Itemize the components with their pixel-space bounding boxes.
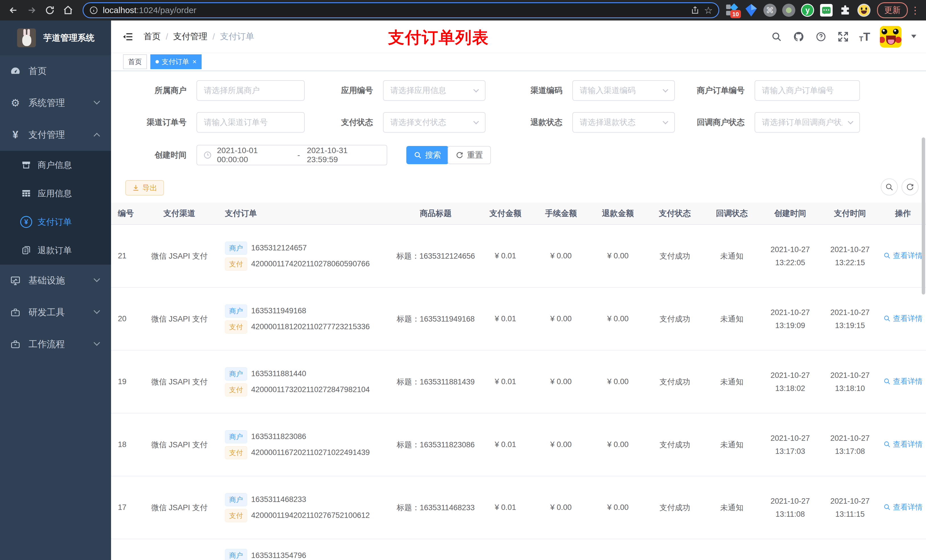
- channel-order-no: 4200001194202110276752100612: [251, 511, 369, 520]
- extension-icon-y[interactable]: y: [801, 3, 814, 17]
- yen-circle-icon: ¥: [20, 216, 32, 228]
- sidebar-item-app-info[interactable]: 应用信息: [0, 179, 111, 208]
- create-time: 2021-10-2713:19:09: [760, 306, 820, 332]
- channel-order-no-input[interactable]: [197, 112, 305, 133]
- fee-amount: ¥ 0.00: [533, 503, 589, 512]
- merchant-order-no: 1635312124657: [251, 244, 307, 252]
- browser-back-icon[interactable]: [5, 2, 22, 18]
- bookmark-star-icon[interactable]: ☆: [704, 5, 713, 15]
- table-row: 18 微信 JSAPI 支付 商户 1635311823086 支付 42000…: [111, 414, 926, 476]
- view-detail-link[interactable]: 查看详情: [883, 502, 923, 512]
- create-time: 2021-10-2713:11:08: [760, 495, 820, 521]
- extension-icon-command[interactable]: ⌘: [763, 3, 777, 17]
- monitor-icon: [9, 275, 22, 286]
- table-row: 21 微信 JSAPI 支付 商户 1635312124657 支付 42000…: [111, 225, 926, 288]
- font-size-icon[interactable]: TT: [859, 31, 870, 42]
- create-time-range-picker[interactable]: 2021-10-01 00:00:00 - 2021-10-31 23:59:5…: [197, 145, 387, 165]
- page-scrollbar[interactable]: [922, 137, 925, 294]
- page-info-icon[interactable]: [89, 6, 98, 15]
- view-detail-link[interactable]: 查看详情: [883, 314, 923, 323]
- browser-update-button[interactable]: 更新: [877, 2, 908, 18]
- github-icon[interactable]: [793, 30, 805, 43]
- view-detail-link[interactable]: 查看详情: [883, 439, 923, 449]
- breadcrumb-current: 支付订单: [220, 31, 254, 42]
- app-logo[interactable]: 芋道管理系统: [0, 21, 111, 55]
- fee-amount: ¥ 0.00: [533, 314, 589, 323]
- reset-button[interactable]: 重置: [448, 146, 491, 164]
- pay-status-select[interactable]: [383, 112, 486, 133]
- tab-home[interactable]: 首页: [123, 54, 147, 69]
- pay-time: 2021-10-2713:18:10: [820, 369, 880, 395]
- breadcrumb-pay[interactable]: 支付管理: [173, 31, 207, 42]
- browser-menu-icon[interactable]: ⋮: [909, 5, 921, 16]
- sidebar-item-pay[interactable]: ¥ 支付管理: [0, 119, 111, 151]
- toggle-search-button[interactable]: [881, 178, 898, 195]
- download-icon: [132, 184, 139, 192]
- view-detail-link[interactable]: 查看详情: [883, 376, 923, 386]
- url-text: localhost:1024/pay/order: [103, 5, 686, 15]
- sidebar-fold-icon[interactable]: [122, 31, 134, 43]
- address-bar[interactable]: localhost:1024/pay/order ☆: [83, 2, 719, 18]
- share-icon[interactable]: [690, 6, 700, 15]
- pay-amount: ¥ 0.01: [478, 252, 533, 260]
- filter-label-channel-order-no: 渠道订单号: [111, 112, 186, 133]
- browser-reload-icon[interactable]: [42, 2, 58, 18]
- extension-icon-chat[interactable]: [820, 3, 833, 17]
- channel-code-select[interactable]: [572, 80, 675, 101]
- app-select[interactable]: [383, 80, 486, 101]
- extension-icon-manager[interactable]: 10: [726, 3, 739, 17]
- help-icon[interactable]: [815, 30, 827, 43]
- filter-label-merchant-order-no: 商户订单编号: [676, 80, 744, 101]
- sidebar-item-refund-order[interactable]: 退款订单: [0, 236, 111, 265]
- browser-forward-icon[interactable]: [23, 2, 40, 18]
- extension-icon-emoji[interactable]: [857, 3, 871, 17]
- refresh-table-button[interactable]: [902, 178, 918, 195]
- header-search-icon[interactable]: [770, 30, 783, 43]
- tab-close-icon[interactable]: ×: [192, 58, 197, 65]
- order-id: 19: [111, 377, 142, 386]
- user-menu-caret-icon[interactable]: [911, 35, 916, 41]
- sidebar-item-label: 商户信息: [38, 159, 72, 171]
- chevron-down-icon: [94, 340, 100, 346]
- tab-pay-order[interactable]: 支付订单 ×: [150, 54, 201, 69]
- user-avatar[interactable]: [880, 26, 902, 48]
- table-row: 19 微信 JSAPI 支付 商户 1635311881440 支付 42000…: [111, 350, 926, 414]
- sidebar-item-merchant-info[interactable]: 商户信息: [0, 151, 111, 179]
- merchant-select[interactable]: [197, 80, 305, 101]
- pay-tag: 支付: [225, 258, 247, 270]
- create-time: 2021-10-2713:18:02: [760, 369, 820, 395]
- extension-puzzle-icon[interactable]: [838, 3, 852, 17]
- extension-icon-recorder[interactable]: [782, 3, 796, 17]
- pay-order-cell: 商户 1635311949168 支付 42000011812021102777…: [216, 302, 393, 337]
- merchant-tag: 商户: [225, 242, 247, 255]
- pay-tag: 支付: [225, 446, 247, 459]
- sidebar-item-infra[interactable]: 基础设施: [0, 265, 111, 296]
- sidebar-item-devtools[interactable]: 研发工具: [0, 296, 111, 328]
- export-button[interactable]: 导出: [125, 180, 164, 195]
- fullscreen-icon[interactable]: [837, 30, 849, 43]
- notify-status: 未通知: [703, 377, 760, 387]
- pay-time: 2021-10-2713:17:08: [820, 432, 880, 458]
- refund-status-select[interactable]: [572, 112, 675, 133]
- merchant-order-no-input[interactable]: [755, 80, 860, 101]
- date-end: 2021-10-31 23:59:59: [307, 146, 380, 164]
- fee-amount: ¥ 0.00: [533, 440, 589, 449]
- sidebar-item-workflow[interactable]: 工作流程: [0, 328, 111, 360]
- sidebar-item-pay-order[interactable]: ¥ 支付订单: [0, 208, 111, 236]
- table-row: 17 微信 JSAPI 支付 商户 1635311468233 支付 42000…: [111, 476, 926, 539]
- sidebar-item-system[interactable]: ⚙ 系统管理: [0, 87, 111, 119]
- extension-icon-kite[interactable]: [744, 3, 758, 17]
- briefcase-icon: [9, 339, 22, 349]
- callback-status-select[interactable]: [755, 112, 860, 133]
- sidebar-item-home[interactable]: 首页: [0, 55, 111, 87]
- document-icon: [20, 245, 32, 255]
- view-detail-link[interactable]: 查看详情: [883, 251, 923, 261]
- breadcrumb-home[interactable]: 首页: [144, 31, 160, 42]
- search-button[interactable]: 搜索: [406, 146, 448, 164]
- filter-label-channel-code: 渠道编码: [500, 80, 562, 101]
- chevron-down-icon: [94, 308, 100, 314]
- refund-amount: ¥ 0.00: [589, 377, 646, 386]
- pay-status: 支付成功: [646, 377, 703, 387]
- notify-status: 未通知: [703, 503, 760, 513]
- browser-home-icon[interactable]: [60, 2, 76, 18]
